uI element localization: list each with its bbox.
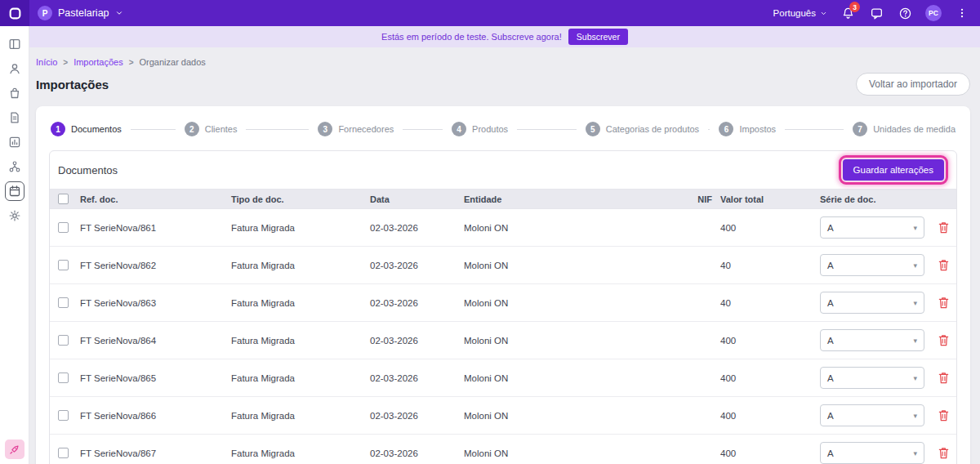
- company-switcher[interactable]: P Pastelariap: [38, 6, 123, 20]
- sidebar-item-importer[interactable]: [5, 181, 24, 201]
- doc-series-select[interactable]: A ▾: [820, 216, 924, 239]
- app-window: P Pastelariap Português 3 PC: [0, 0, 980, 464]
- breadcrumb-imports[interactable]: Importações: [74, 57, 123, 67]
- table-row: FT SerieNova/866 Fatura Migrada 02-03-20…: [50, 397, 956, 435]
- back-to-importer-button[interactable]: Voltar ao importador: [856, 73, 970, 96]
- trash-icon: [938, 408, 950, 422]
- page-header: Importações Voltar ao importador: [36, 73, 970, 96]
- delete-row-button[interactable]: [936, 407, 951, 424]
- documents-panel: Documentos Guardar alterações Ref. doc. …: [49, 150, 957, 464]
- notifications-button[interactable]: 3: [840, 5, 856, 21]
- chat-icon: [870, 7, 884, 20]
- topbar-actions: Português 3 PC: [773, 5, 980, 21]
- column-header-data: Data: [368, 194, 461, 204]
- stepper-step[interactable]: 2 Clientes: [185, 122, 318, 136]
- row-checkbox[interactable]: [58, 297, 69, 308]
- stepper-step[interactable]: 7 Unidades de medida: [853, 122, 956, 136]
- sidebar-item-reports[interactable]: [5, 132, 24, 152]
- sidebar-item-dashboard[interactable]: [5, 34, 24, 54]
- stepper-step[interactable]: 1 Documentos: [51, 122, 185, 136]
- cell-tipo: Fatura Migrada: [229, 261, 368, 270]
- cell-tipo: Fatura Migrada: [229, 223, 368, 233]
- doc-series-value: A: [827, 411, 834, 421]
- save-changes-button[interactable]: Guardar alterações: [843, 159, 944, 181]
- table-row: FT SerieNova/862 Fatura Migrada 02-03-20…: [50, 247, 956, 284]
- stepper-step[interactable]: 5 Categorias de produtos: [586, 122, 719, 136]
- step-connector: [785, 129, 844, 130]
- doc-series-select[interactable]: A ▾: [820, 404, 924, 426]
- stepper-step[interactable]: 3 Fornecedores: [318, 122, 452, 136]
- delete-row-button[interactable]: [936, 294, 951, 311]
- step-number: 4: [452, 122, 466, 136]
- language-selector[interactable]: Português: [773, 8, 827, 18]
- app-logo[interactable]: [0, 0, 29, 26]
- delete-row-button[interactable]: [936, 444, 951, 462]
- row-checkbox[interactable]: [58, 222, 69, 233]
- row-checkbox[interactable]: [58, 335, 69, 346]
- sidebar-item-upgrade[interactable]: [5, 439, 24, 459]
- sidebar-item-integrations[interactable]: [5, 157, 24, 176]
- cell-data: 02-03-2026: [368, 411, 461, 421]
- rocket-icon: [8, 444, 20, 456]
- doc-series-select[interactable]: A ▾: [820, 367, 924, 389]
- step-connector: [403, 129, 443, 130]
- cell-entidade: Moloni ON: [461, 411, 645, 421]
- doc-series-select[interactable]: A ▾: [820, 442, 924, 464]
- kebab-menu-icon: [956, 7, 968, 19]
- document-icon: [8, 111, 21, 124]
- row-checkbox[interactable]: [58, 410, 69, 421]
- cell-ref: FT SerieNova/863: [78, 298, 229, 308]
- column-header-tipo: Tipo de doc.: [229, 194, 368, 204]
- row-checkbox[interactable]: [58, 448, 69, 458]
- delete-row-button[interactable]: [936, 257, 951, 274]
- step-number: 1: [51, 122, 65, 136]
- delete-row-button[interactable]: [936, 332, 951, 349]
- chevron-down-icon: [820, 10, 827, 17]
- cell-tipo: Fatura Migrada: [229, 448, 368, 458]
- row-checkbox[interactable]: [58, 260, 69, 270]
- step-number: 5: [586, 122, 600, 136]
- select-all-checkbox[interactable]: [58, 194, 69, 204]
- doc-series-value: A: [827, 261, 834, 270]
- cell-valor: 400: [717, 336, 813, 346]
- cell-tipo: Fatura Migrada: [229, 336, 368, 346]
- cell-ref: FT SerieNova/866: [78, 411, 229, 421]
- table-row: FT SerieNova/864 Fatura Migrada 02-03-20…: [50, 322, 956, 359]
- cell-tipo: Fatura Migrada: [229, 373, 368, 383]
- doc-series-value: A: [827, 448, 834, 458]
- sidebar-item-store[interactable]: [5, 83, 24, 103]
- step-number: 2: [185, 122, 199, 136]
- cell-ref: FT SerieNova/862: [78, 261, 229, 270]
- topbar: P Pastelariap Português 3 PC: [0, 0, 980, 26]
- app-logo-icon: [8, 7, 22, 20]
- sidebar-item-settings[interactable]: [5, 206, 24, 225]
- notification-badge: 3: [849, 2, 860, 12]
- stepper-step[interactable]: 6 Impostos: [719, 122, 853, 136]
- messages-button[interactable]: [868, 5, 884, 21]
- chevron-down-icon: [115, 9, 123, 17]
- doc-series-select[interactable]: A ▾: [820, 254, 924, 276]
- cell-data: 02-03-2026: [368, 223, 461, 233]
- chevron-down-icon: ▾: [913, 374, 917, 382]
- sidebar-item-contacts[interactable]: [5, 59, 24, 78]
- kebab-menu-button[interactable]: [954, 5, 970, 21]
- user-avatar[interactable]: PC: [925, 5, 942, 21]
- sidebar-item-documents[interactable]: [5, 108, 24, 127]
- help-button[interactable]: [897, 5, 913, 21]
- step-number: 7: [853, 122, 867, 136]
- row-checkbox[interactable]: [58, 373, 69, 383]
- grid-icon: [8, 38, 21, 51]
- delete-row-button[interactable]: [936, 369, 951, 386]
- doc-series-select[interactable]: A ▾: [820, 329, 924, 351]
- step-label: Impostos: [739, 124, 776, 134]
- cell-ref: FT SerieNova/861: [78, 223, 229, 233]
- cell-valor: 400: [717, 373, 813, 383]
- trial-banner: Estás em período de teste. Subscreve ago…: [29, 26, 980, 47]
- breadcrumb-home[interactable]: Início: [36, 57, 57, 67]
- doc-series-select[interactable]: A ▾: [820, 292, 924, 314]
- stepper-step[interactable]: 4 Produtos: [452, 122, 586, 136]
- delete-row-button[interactable]: [936, 219, 951, 236]
- doc-series-value: A: [827, 336, 834, 346]
- cell-ref: FT SerieNova/865: [78, 373, 229, 383]
- subscribe-button[interactable]: Subscrever: [568, 29, 628, 45]
